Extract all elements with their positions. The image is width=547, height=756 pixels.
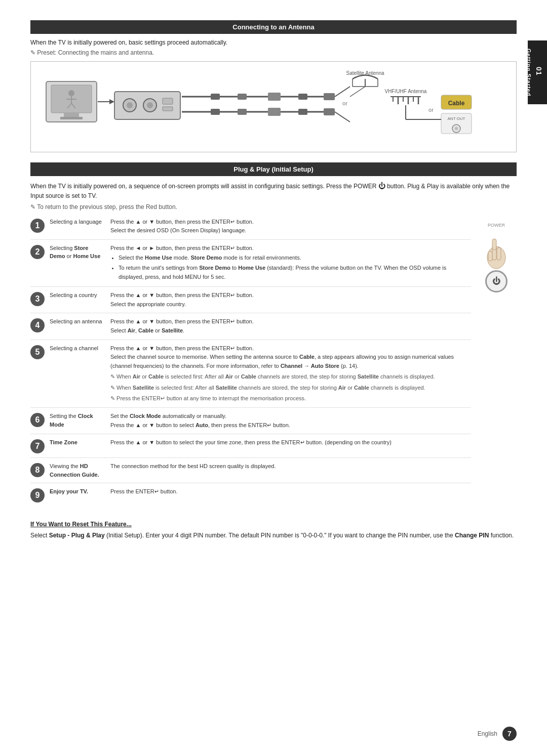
step-number-5: 5	[30, 345, 45, 359]
antenna-diagram: or Satellite Antenna VHF/UHF Antenna Ca	[30, 61, 517, 152]
step-desc-6: Set the Clock Mode automatically or manu…	[110, 412, 471, 430]
step-label-4: Selecting an antenna	[50, 317, 110, 326]
svg-rect-27	[324, 93, 335, 100]
step-row-8: 8 Viewing the HD Connection Guide. The c…	[30, 462, 471, 483]
side-tab-text: Getting Started	[526, 49, 532, 96]
step-desc-2: Press the ◄ or ► button, then press the …	[110, 244, 471, 282]
svg-line-46	[350, 87, 365, 97]
svg-rect-30	[211, 109, 220, 115]
steps-list: 1 Selecting a language Press the ▲ or ▼ …	[30, 218, 471, 511]
svg-rect-34	[268, 108, 281, 116]
svg-rect-25	[298, 94, 307, 100]
svg-point-15	[147, 102, 153, 108]
svg-point-4	[68, 90, 74, 96]
svg-rect-68	[488, 251, 492, 261]
svg-marker-10	[109, 99, 114, 104]
svg-line-39	[335, 112, 350, 122]
step-row-6: 6 Setting the Clock Mode Set the Clock M…	[30, 412, 471, 434]
power-label: POWER	[488, 223, 505, 228]
step-number-8: 8	[30, 463, 45, 477]
svg-rect-38	[324, 108, 335, 115]
svg-rect-23	[268, 93, 281, 101]
section1-header: Connecting to an Antenna	[30, 20, 517, 34]
svg-rect-21	[238, 94, 247, 100]
step-row-4: 4 Selecting an antenna Press the ▲ or ▼ …	[30, 317, 471, 340]
reset-text: Select Setup - Plug & Play (Initial Setu…	[30, 531, 517, 540]
svg-rect-2	[64, 113, 79, 117]
step-desc-9: Press the ENTER↵ button.	[110, 487, 471, 496]
svg-line-28	[335, 87, 350, 97]
step-number-4: 4	[30, 318, 45, 332]
step-label-6: Setting the Clock Mode	[50, 412, 110, 429]
step-desc-8: The connection method for the best HD sc…	[110, 462, 471, 471]
step-label-5: Selecting a channel	[50, 344, 110, 353]
section2-note: To return to the previous step, press th…	[30, 203, 517, 211]
section1-intro: When the TV is initially powered on, bas…	[30, 38, 517, 47]
page-container: 01 Getting Started Connecting to an Ante…	[0, 0, 547, 756]
section2-intro: When the TV is initially powered on, a s…	[30, 180, 517, 201]
step-row-1: 1 Selecting a language Press the ▲ or ▼ …	[30, 218, 471, 240]
svg-point-61	[455, 127, 458, 130]
svg-rect-36	[298, 109, 307, 115]
svg-rect-3	[60, 117, 83, 119]
svg-rect-16	[163, 98, 173, 104]
svg-rect-19	[211, 94, 220, 100]
svg-rect-32	[238, 109, 247, 115]
svg-text:or: or	[428, 107, 434, 113]
step-number-1: 1	[30, 219, 45, 233]
step-label-1: Selecting a language	[50, 218, 110, 226]
step-row-7: 7 Time Zone Press the ▲ or ▼ button to s…	[30, 438, 471, 458]
section2-header: Plug & Play (Initial Setup)	[30, 162, 517, 176]
section1-preset: Preset: Connecting the mains and antenna…	[30, 49, 517, 56]
svg-text:VHF/UHF Antenna: VHF/UHF Antenna	[385, 89, 427, 94]
power-illustration: POWER ⏻	[476, 218, 517, 511]
step-label-2: Selecting Store Demo or Home Use	[50, 244, 110, 261]
svg-text:Cable: Cable	[448, 100, 465, 107]
step-label-3: Selecting a country	[50, 291, 110, 300]
step-number-9: 9	[30, 488, 45, 502]
step-number-2: 2	[30, 245, 45, 259]
power-circle: ⏻	[485, 270, 507, 292]
step-number-7: 7	[30, 439, 45, 453]
svg-text:ANT OUT: ANT OUT	[448, 116, 465, 121]
svg-rect-67	[497, 247, 501, 260]
steps-container: 1 Selecting a language Press the ▲ or ▼ …	[30, 218, 517, 511]
step-row-2: 2 Selecting Store Demo or Home Use Press…	[30, 244, 471, 287]
reset-section: If You Want to Reset This Feature... Sel…	[30, 521, 517, 540]
power-hand-svg	[481, 230, 512, 270]
step-desc-4: Press the ▲ or ▼ button, then press the …	[110, 317, 471, 335]
footer-page-number: 7	[502, 727, 517, 741]
svg-rect-69	[492, 239, 496, 250]
antenna-svg: or Satellite Antenna VHF/UHF Antenna Ca	[41, 69, 497, 145]
step-row-9: 9 Enjoy your TV. Press the ENTER↵ button…	[30, 487, 471, 507]
step-label-9: Enjoy your TV.	[50, 487, 110, 496]
footer: English 7	[478, 727, 517, 741]
svg-text:or: or	[342, 100, 347, 106]
step-row-3: 3 Selecting a country Press the ▲ or ▼ b…	[30, 291, 471, 313]
svg-rect-17	[163, 107, 173, 111]
step-row-5: 5 Selecting a channel Press the ▲ or ▼ b…	[30, 344, 471, 408]
step-label-8: Viewing the HD Connection Guide.	[50, 462, 110, 479]
step-desc-5: Press the ▲ or ▼ button, then press the …	[110, 344, 471, 404]
step-desc-7: Press the ▲ or ▼ button to select the yo…	[110, 438, 471, 447]
footer-language: English	[478, 730, 497, 737]
step-desc-3: Press the ▲ or ▼ button, then press the …	[110, 291, 471, 309]
step-label-7: Time Zone	[50, 438, 110, 447]
step-desc-1: Press the ▲ or ▼ button, then press the …	[110, 218, 471, 235]
svg-point-13	[127, 102, 133, 108]
side-tab-number: 01	[535, 67, 543, 76]
side-tab: 01 Getting Started	[528, 40, 547, 104]
step-number-3: 3	[30, 292, 45, 306]
reset-title: If You Want to Reset This Feature...	[30, 521, 517, 528]
step-number-6: 6	[30, 413, 45, 427]
